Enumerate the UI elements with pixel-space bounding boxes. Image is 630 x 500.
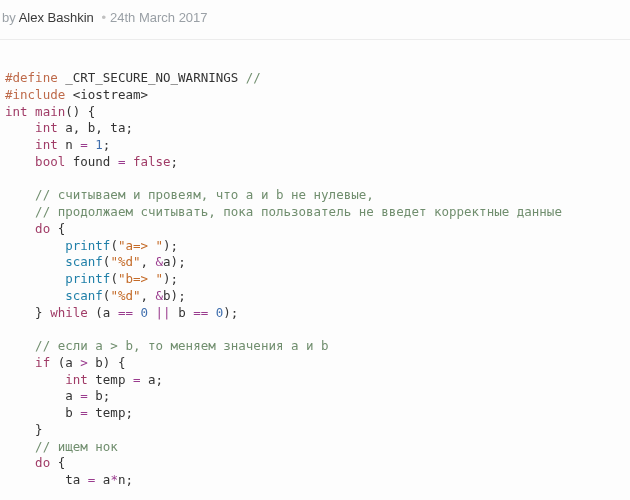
author-link[interactable]: Alex Bashkin [19,10,94,25]
code-content: #define _CRT_SECURE_NO_WARNINGS // #incl… [0,40,630,489]
dot-separator: • [101,10,106,25]
code-block: #define _CRT_SECURE_NO_WARNINGS // #incl… [5,70,625,489]
byline: by Alex Bashkin •24th March 2017 [0,0,630,40]
post-date: 24th March 2017 [110,10,208,25]
by-label: by [2,10,16,25]
